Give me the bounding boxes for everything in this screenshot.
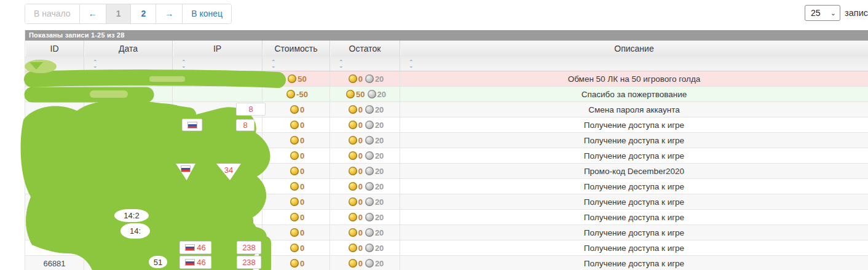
column-header-date[interactable]: Дата [84,41,173,57]
silver-coin-icon [365,259,374,268]
gold-coin-icon [290,197,299,206]
silver-coin-icon [365,167,374,175]
silver-coin-icon [365,228,374,237]
cell-id [25,102,84,117]
description-text: Получение доступа к игре [584,136,684,145]
cell-cost: 50 [262,71,330,86]
sort-icon[interactable]: ⌃⌄ [34,60,39,68]
value-text: 0 [300,197,304,207]
page-size-suffix-label: запис [845,8,868,18]
value-text: 0 [300,244,304,253]
description-text: Спасибо за пожертвование [582,90,687,99]
pagination: В начало ← 1 2 → В конец [25,4,232,24]
cell-ip [173,133,262,148]
table-row: 0020Смена пароля аккаунта [25,102,868,117]
gold-coin-icon [349,228,357,237]
cell-description: Обмен 50 ЛК на 50 игрового голда [400,71,868,86]
value-text: 0 [358,74,363,84]
gold-coin-icon [349,213,357,221]
sort-icon[interactable]: ⌃⌄ [181,60,186,68]
cell-id [25,240,84,255]
cell-ip [173,102,262,117]
cell-ip [173,148,262,163]
description-text: Получение доступа к игре [584,121,684,130]
table-row: 0020Получение доступа к игре [25,210,868,225]
page-size-select[interactable]: 25 ⌄ [805,5,840,21]
cell-description: Получение доступа к игре [400,148,868,163]
silver-coin-icon [365,151,374,160]
value-text: 0 [358,197,363,207]
table-row: 0020Получение доступа к игре [25,148,868,164]
cell-description: Получение доступа к игре [400,117,868,132]
column-header-remain[interactable]: Остаток [330,41,400,57]
cell-date [84,240,173,255]
cell-cost: 0 [262,148,330,163]
sort-icon[interactable]: ⌃⌄ [271,60,276,68]
pagination-page-2[interactable]: 2 [130,4,156,23]
silver-coin-icon [365,121,374,129]
gold-coin-icon [349,105,357,114]
column-header-ip[interactable]: IP [173,41,262,57]
cell-id [25,164,84,178]
description-text: Промо-код December2020 [584,167,684,176]
value-text: 0 [300,136,304,145]
pagination-last-button[interactable]: В конец [182,4,231,23]
value-text: 0 [358,244,363,253]
silver-coin-icon [365,244,374,252]
column-header-cost[interactable]: Стоимость [262,41,330,57]
value-text: 20 [375,197,384,207]
cell-cost: 0 [262,133,330,148]
cell-id [25,179,84,194]
cell-ip [173,225,262,240]
transaction-log-page: В начало ← 1 2 → В конец 25 ⌄ запис Пока… [0,0,868,270]
value-text: 0 [300,121,304,130]
cell-description: Промо-код December2020 [400,164,868,178]
cell-cost: 0 [262,256,330,270]
value-text: 20 [375,259,384,268]
sort-cell-id: ⌃⌄ [25,57,84,71]
value-text: 20 [375,136,384,145]
value-text: 0 [358,151,363,161]
value-text: 20 [375,74,384,84]
pagination-prev-button[interactable]: ← [79,4,106,23]
pagination-next-button[interactable]: → [156,4,182,23]
value-text: 20 [375,244,384,253]
cell-ip [173,117,262,132]
cell-cost: 0 [262,117,330,132]
sort-icon[interactable]: ⌃⌄ [409,60,414,68]
table-row: 0020Получение доступа к игре [25,133,868,148]
silver-coin-icon [365,213,374,221]
pagination-page-1[interactable]: 1 [106,4,131,23]
cell-date [84,256,173,270]
sort-icon[interactable]: ⌃⌄ [339,60,344,68]
value-text: 0 [358,121,363,130]
column-header-desc[interactable]: Описание [400,41,868,57]
cell-date [84,225,173,240]
cell-id [25,71,84,86]
cell-date [84,179,173,194]
value-text: 20 [375,121,384,130]
silver-coin-icon [365,182,374,191]
value-text: 0 [300,228,304,237]
value-text: 20 [375,182,384,191]
pagination-first-button[interactable]: В начало [25,4,79,23]
gold-coin-icon [290,213,299,221]
cell-date [84,102,173,117]
gold-coin-icon [290,136,299,145]
value-text: 0 [300,167,304,176]
gold-coin-icon [290,105,299,114]
gold-coin-icon [290,167,299,175]
table-row: 0020Получение доступа к игре [25,240,868,256]
silver-coin-icon [365,197,374,206]
column-header-id[interactable]: ID [25,41,84,57]
gold-coin-icon [349,151,357,160]
sort-icon[interactable]: ⌃⌄ [93,60,98,68]
cell-description: Смена пароля аккаунта [400,102,868,117]
sort-cell-desc: ⌃⌄ [400,57,868,71]
value-text: 0 [358,228,363,237]
table-row: 668810020Получение доступа к игре [25,256,868,270]
cell-cost: 0 [262,102,330,117]
cell-description: Получение доступа к игре [400,225,868,240]
cell-date [84,194,173,209]
value-text: 20 [375,105,384,114]
